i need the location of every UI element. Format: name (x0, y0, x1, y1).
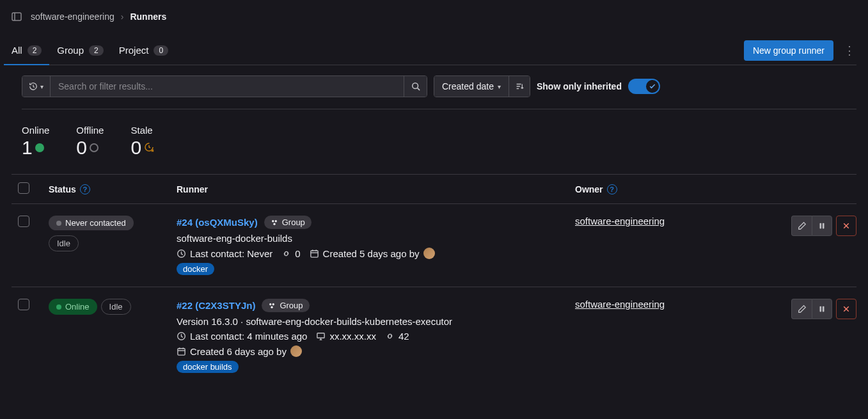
svg-rect-19 (823, 223, 825, 229)
svg-rect-34 (823, 306, 825, 312)
group-icon (268, 302, 276, 310)
table-row: Never contacted Idle #24 (osQXMuSky) Gro… (12, 204, 856, 287)
sort-label: Created date (442, 81, 494, 91)
breadcrumb-current: Runners (130, 12, 166, 22)
runner-description: Version 16.3.0 · software-eng-docker-bui… (177, 316, 575, 327)
show-only-inherited-toggle[interactable] (628, 79, 660, 94)
clock-icon (177, 331, 186, 341)
runner-tag: docker builds (177, 361, 239, 373)
link-icon (385, 331, 395, 341)
pause-icon (817, 304, 826, 313)
stat-stale-label: Stale (130, 125, 154, 136)
stat-stale: Stale 0 (130, 125, 154, 159)
chevron-right-icon: › (121, 12, 124, 22)
close-icon (842, 222, 850, 230)
runner-id-link[interactable]: #24 (osQXMuSky) (177, 217, 258, 228)
svg-point-23 (272, 303, 274, 305)
pause-button[interactable] (812, 216, 832, 236)
sort-dropdown[interactable]: Created date ▾ (434, 76, 509, 97)
svg-rect-26 (317, 333, 324, 338)
stat-online-value: 1 (22, 137, 33, 159)
status-dot-icon (56, 304, 61, 310)
edit-button[interactable] (791, 299, 812, 319)
svg-rect-18 (820, 223, 822, 229)
history-icon (29, 82, 38, 91)
more-actions-icon[interactable]: ⋮ (842, 45, 856, 56)
edit-button[interactable] (791, 216, 812, 236)
offline-dot-icon (90, 143, 99, 152)
svg-point-24 (271, 306, 273, 308)
svg-point-12 (273, 223, 275, 225)
job-count: 42 (385, 331, 409, 342)
check-icon (646, 80, 659, 93)
idle-badge: Idle (101, 299, 131, 315)
svg-line-3 (417, 88, 420, 91)
close-icon (842, 305, 850, 313)
svg-rect-0 (12, 13, 21, 20)
tab-group-label: Group (57, 45, 84, 56)
svg-rect-33 (820, 306, 822, 312)
owner-link[interactable]: software-engineering (575, 216, 665, 226)
svg-point-10 (272, 220, 274, 222)
status-badge: Never contacted (49, 216, 134, 230)
status-dot-icon (56, 221, 61, 226)
tab-all[interactable]: All 2 (12, 36, 42, 65)
stat-online: Online 1 (22, 125, 49, 159)
ip-address: xx.xx.xx.xx (316, 331, 376, 342)
scope-badge: Group (264, 216, 312, 229)
owner-link[interactable]: software-engineering (575, 299, 665, 310)
search-icon (411, 82, 420, 91)
runner-id-link[interactable]: #22 (C2X3STYJn) (177, 300, 255, 311)
stat-offline-label: Offline (76, 125, 104, 136)
last-contact: Last contact: Never (177, 248, 272, 259)
new-group-runner-button[interactable]: New group runner (744, 40, 833, 61)
search-input[interactable] (51, 76, 404, 97)
row-checkbox[interactable] (18, 216, 29, 227)
clock-icon (177, 249, 186, 258)
link-icon (281, 249, 291, 258)
tab-project[interactable]: Project 0 (119, 36, 168, 65)
tab-all-label: All (12, 45, 22, 56)
tab-group-count: 2 (89, 45, 104, 56)
sort-icon (515, 82, 524, 91)
search-button[interactable] (404, 76, 427, 97)
delete-button[interactable] (836, 299, 856, 319)
avatar[interactable] (423, 248, 435, 259)
tab-all-count: 2 (28, 45, 42, 56)
pencil-icon (798, 304, 807, 313)
chevron-down-icon: ▾ (40, 83, 43, 90)
breadcrumb-parent[interactable]: software-engineering (31, 12, 114, 22)
chevron-down-icon: ▾ (498, 83, 501, 90)
created-info: Created 5 days ago by (310, 248, 435, 259)
select-all-checkbox[interactable] (18, 182, 29, 194)
pencil-icon (798, 221, 807, 230)
sidebar-toggle-icon[interactable] (12, 12, 22, 22)
stat-online-label: Online (22, 125, 49, 136)
status-badge: Online (49, 299, 97, 315)
help-icon[interactable]: ? (80, 184, 90, 194)
calendar-icon (310, 249, 319, 258)
monitor-icon (316, 331, 326, 341)
pause-button[interactable] (812, 299, 832, 319)
last-contact: Last contact: 4 minutes ago (177, 331, 307, 342)
help-icon[interactable]: ? (607, 184, 617, 194)
avatar[interactable] (290, 345, 302, 357)
tab-project-count: 0 (154, 45, 168, 56)
runner-description: software-eng-docker-builds (177, 233, 575, 244)
svg-rect-29 (178, 348, 185, 354)
row-checkbox[interactable] (18, 299, 29, 310)
sort-direction-button[interactable] (509, 76, 530, 97)
svg-rect-14 (310, 250, 317, 257)
created-info: Created 6 days ago by (177, 345, 302, 357)
column-owner: Owner ? (575, 184, 754, 194)
tab-project-label: Project (119, 45, 149, 56)
stale-icon (144, 142, 154, 154)
pause-icon (817, 221, 826, 230)
calendar-icon (177, 347, 186, 356)
recent-searches-button[interactable]: ▾ (22, 76, 51, 97)
delete-button[interactable] (836, 216, 856, 236)
tab-group[interactable]: Group 2 (57, 36, 103, 65)
scope-badge: Group (262, 299, 309, 312)
stat-stale-value: 0 (130, 137, 141, 159)
online-dot-icon (35, 143, 44, 152)
